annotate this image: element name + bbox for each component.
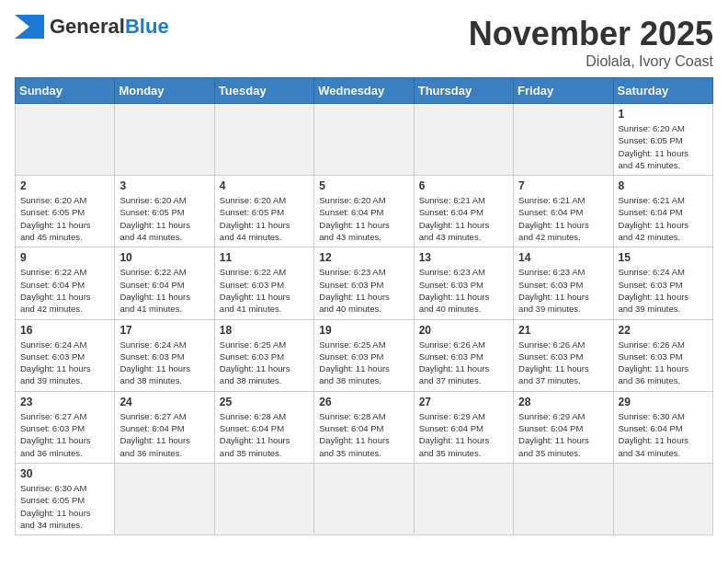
day-info: Sunrise: 6:20 AM Sunset: 6:05 PM Dayligh…: [619, 122, 708, 171]
calendar-cell: [414, 104, 513, 176]
day-number: 23: [20, 396, 109, 408]
day-number: 26: [319, 396, 408, 408]
calendar-cell: 13Sunrise: 6:23 AM Sunset: 6:03 PM Dayli…: [414, 247, 513, 319]
day-number: 10: [119, 251, 209, 264]
title-area: November 2025 Diolala, Ivory Coast: [469, 15, 713, 70]
calendar-cell: 16Sunrise: 6:24 AM Sunset: 6:03 PM Dayli…: [16, 319, 115, 391]
calendar-row-0: 1Sunrise: 6:20 AM Sunset: 6:05 PM Daylig…: [16, 104, 713, 176]
calendar-cell: [414, 463, 513, 534]
calendar-cell: 2Sunrise: 6:20 AM Sunset: 6:05 PM Daylig…: [16, 176, 115, 247]
calendar-cell: 8Sunrise: 6:21 AM Sunset: 6:04 PM Daylig…: [613, 176, 712, 247]
calendar-cell: [514, 463, 613, 534]
day-number: 4: [220, 179, 309, 192]
day-info: Sunrise: 6:21 AM Sunset: 6:04 PM Dayligh…: [419, 194, 508, 243]
day-number: 1: [619, 108, 708, 121]
day-number: 28: [518, 396, 608, 408]
day-info: Sunrise: 6:22 AM Sunset: 6:03 PM Dayligh…: [220, 266, 309, 315]
calendar-cell: 23Sunrise: 6:27 AM Sunset: 6:03 PM Dayli…: [16, 391, 115, 463]
day-number: 18: [220, 324, 309, 337]
day-number: 30: [20, 467, 109, 480]
day-info: Sunrise: 6:27 AM Sunset: 6:03 PM Dayligh…: [20, 410, 109, 459]
day-number: 5: [319, 179, 408, 192]
calendar-cell: 27Sunrise: 6:29 AM Sunset: 6:04 PM Dayli…: [414, 391, 513, 463]
day-info: Sunrise: 6:26 AM Sunset: 6:03 PM Dayligh…: [619, 339, 708, 387]
location-title: Diolala, Ivory Coast: [469, 53, 713, 70]
calendar-cell: [115, 104, 214, 176]
calendar-cell: 26Sunrise: 6:28 AM Sunset: 6:04 PM Dayli…: [314, 391, 414, 463]
day-number: 13: [419, 251, 508, 264]
calendar-cell: 29Sunrise: 6:30 AM Sunset: 6:04 PM Dayli…: [613, 391, 712, 463]
logo-text: GeneralBlue: [50, 15, 169, 39]
calendar-cell: 19Sunrise: 6:25 AM Sunset: 6:03 PM Dayli…: [314, 319, 414, 391]
day-info: Sunrise: 6:30 AM Sunset: 6:05 PM Dayligh…: [20, 482, 109, 531]
day-info: Sunrise: 6:22 AM Sunset: 6:04 PM Dayligh…: [20, 266, 109, 315]
day-info: Sunrise: 6:20 AM Sunset: 6:05 PM Dayligh…: [119, 194, 209, 243]
day-info: Sunrise: 6:23 AM Sunset: 6:03 PM Dayligh…: [319, 266, 408, 315]
day-info: Sunrise: 6:22 AM Sunset: 6:04 PM Dayligh…: [119, 266, 209, 315]
calendar-cell: [214, 104, 313, 176]
day-number: 29: [619, 396, 708, 408]
day-number: 22: [619, 324, 708, 337]
calendar-cell: [214, 463, 313, 534]
day-info: Sunrise: 6:27 AM Sunset: 6:04 PM Dayligh…: [119, 410, 209, 459]
calendar-cell: [314, 104, 414, 176]
day-info: Sunrise: 6:26 AM Sunset: 6:03 PM Dayligh…: [518, 339, 608, 387]
day-info: Sunrise: 6:24 AM Sunset: 6:03 PM Dayligh…: [619, 266, 708, 315]
weekday-header-monday: Monday: [115, 78, 214, 104]
calendar-cell: 22Sunrise: 6:26 AM Sunset: 6:03 PM Dayli…: [613, 319, 712, 391]
day-number: 12: [319, 251, 408, 264]
calendar-cell: 12Sunrise: 6:23 AM Sunset: 6:03 PM Dayli…: [314, 247, 414, 319]
weekday-header-saturday: Saturday: [613, 78, 712, 104]
calendar-cell: [514, 104, 613, 176]
day-number: 7: [518, 179, 608, 192]
calendar-cell: 9Sunrise: 6:22 AM Sunset: 6:04 PM Daylig…: [16, 247, 115, 319]
day-info: Sunrise: 6:28 AM Sunset: 6:04 PM Dayligh…: [319, 410, 408, 459]
day-number: 17: [119, 324, 209, 337]
day-number: 9: [20, 251, 109, 264]
day-info: Sunrise: 6:28 AM Sunset: 6:04 PM Dayligh…: [220, 410, 309, 459]
day-number: 16: [20, 324, 109, 337]
day-info: Sunrise: 6:24 AM Sunset: 6:03 PM Dayligh…: [20, 339, 109, 387]
weekday-header-wednesday: Wednesday: [314, 78, 414, 104]
day-number: 8: [619, 179, 708, 192]
day-info: Sunrise: 6:20 AM Sunset: 6:05 PM Dayligh…: [220, 194, 309, 243]
calendar-cell: 20Sunrise: 6:26 AM Sunset: 6:03 PM Dayli…: [414, 319, 513, 391]
day-info: Sunrise: 6:23 AM Sunset: 6:03 PM Dayligh…: [518, 266, 608, 315]
calendar-cell: [16, 104, 115, 176]
day-number: 14: [518, 251, 608, 264]
day-number: 6: [419, 179, 508, 192]
day-number: 24: [119, 396, 209, 408]
month-title: November 2025: [469, 15, 713, 53]
calendar-cell: 11Sunrise: 6:22 AM Sunset: 6:03 PM Dayli…: [214, 247, 313, 319]
calendar-cell: 7Sunrise: 6:21 AM Sunset: 6:04 PM Daylig…: [514, 176, 613, 247]
day-number: 11: [220, 251, 309, 264]
day-number: 25: [220, 396, 309, 408]
calendar-cell: 6Sunrise: 6:21 AM Sunset: 6:04 PM Daylig…: [414, 176, 513, 247]
day-info: Sunrise: 6:29 AM Sunset: 6:04 PM Dayligh…: [518, 410, 608, 459]
day-number: 19: [319, 324, 408, 337]
weekday-header-tuesday: Tuesday: [214, 78, 313, 104]
calendar-cell: 1Sunrise: 6:20 AM Sunset: 6:05 PM Daylig…: [613, 104, 712, 176]
calendar-table: SundayMondayTuesdayWednesdayThursdayFrid…: [15, 77, 713, 535]
calendar-cell: [613, 463, 712, 534]
day-number: 3: [119, 179, 209, 192]
page-header: GeneralBlue November 2025 Diolala, Ivory…: [15, 15, 713, 70]
day-info: Sunrise: 6:23 AM Sunset: 6:03 PM Dayligh…: [419, 266, 508, 315]
day-info: Sunrise: 6:20 AM Sunset: 6:05 PM Dayligh…: [20, 194, 109, 243]
weekday-header-sunday: Sunday: [16, 78, 115, 104]
calendar-cell: 24Sunrise: 6:27 AM Sunset: 6:04 PM Dayli…: [115, 391, 214, 463]
calendar-cell: 5Sunrise: 6:20 AM Sunset: 6:04 PM Daylig…: [314, 176, 414, 247]
day-number: 20: [419, 324, 508, 337]
day-info: Sunrise: 6:24 AM Sunset: 6:03 PM Dayligh…: [119, 339, 209, 387]
calendar-row-2: 9Sunrise: 6:22 AM Sunset: 6:04 PM Daylig…: [16, 247, 713, 319]
day-info: Sunrise: 6:30 AM Sunset: 6:04 PM Dayligh…: [619, 410, 708, 459]
calendar-cell: 30Sunrise: 6:30 AM Sunset: 6:05 PM Dayli…: [16, 463, 115, 534]
calendar-row-4: 23Sunrise: 6:27 AM Sunset: 6:03 PM Dayli…: [16, 391, 713, 463]
calendar-cell: 4Sunrise: 6:20 AM Sunset: 6:05 PM Daylig…: [214, 176, 313, 247]
day-number: 15: [619, 251, 708, 264]
weekday-header-friday: Friday: [514, 78, 613, 104]
calendar-cell: 17Sunrise: 6:24 AM Sunset: 6:03 PM Dayli…: [115, 319, 214, 391]
calendar-cell: 10Sunrise: 6:22 AM Sunset: 6:04 PM Dayli…: [115, 247, 214, 319]
calendar-cell: 21Sunrise: 6:26 AM Sunset: 6:03 PM Dayli…: [514, 319, 613, 391]
calendar-cell: 14Sunrise: 6:23 AM Sunset: 6:03 PM Dayli…: [514, 247, 613, 319]
